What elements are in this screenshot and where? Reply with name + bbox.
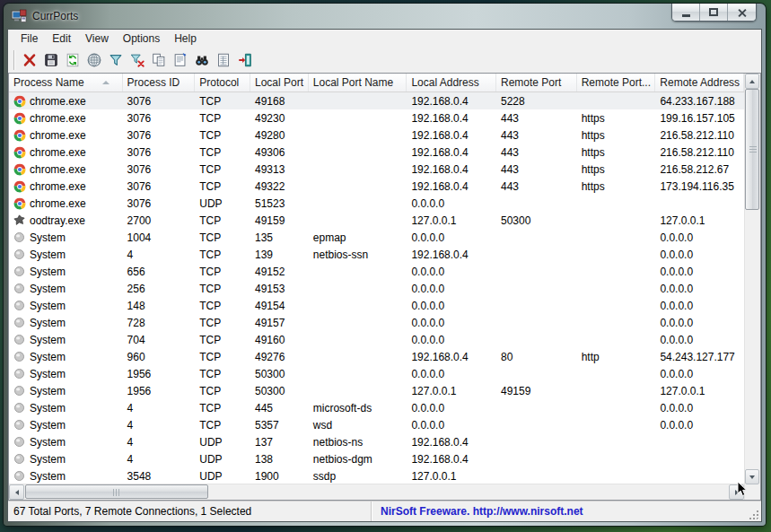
cell: 3076 xyxy=(123,180,196,193)
process-name: System xyxy=(30,283,66,295)
column-header-remote-port[interactable]: Remote Port... xyxy=(577,74,656,92)
column-header-local-port[interactable]: Local Port xyxy=(250,74,309,92)
system-icon xyxy=(13,248,26,261)
column-header-label: Process Name xyxy=(13,76,84,89)
cell-process: chrome.exe xyxy=(9,196,123,210)
table-row[interactable]: System4UDP138netbios-dgm192.168.0.4 xyxy=(9,450,744,467)
table-row[interactable]: System656TCP491520.0.0.00.0.0.0 xyxy=(9,263,744,280)
column-header-process-id[interactable]: Process ID xyxy=(123,74,196,92)
table-row[interactable]: chrome.exe3076TCP49168192.168.0.4522864.… xyxy=(9,92,744,109)
vertical-scroll-track[interactable] xyxy=(745,89,760,469)
menu-file[interactable]: File xyxy=(13,31,45,47)
column-header-remote-address[interactable]: Remote Address xyxy=(655,74,744,92)
table-row[interactable]: System1956TCP50300127.0.0.149159127.0.0.… xyxy=(9,382,744,399)
cell: 139 xyxy=(250,249,309,261)
table-row[interactable]: oodtray.exe2700TCP49159127.0.0.150300127… xyxy=(9,212,744,229)
column-header-process-name[interactable]: Process Name xyxy=(9,74,123,92)
table-row[interactable]: chrome.exe3076TCP49306192.168.0.4443http… xyxy=(9,144,744,161)
vertical-scrollbar[interactable] xyxy=(744,74,760,500)
cell: netbios-dgm xyxy=(309,453,407,466)
cell: 192.168.0.4 xyxy=(407,351,496,363)
refresh-icon[interactable] xyxy=(62,50,83,71)
table-row[interactable]: System3548UDP1900ssdp127.0.0.1 xyxy=(9,467,744,484)
exit-icon[interactable] xyxy=(234,50,255,71)
resize-grip[interactable] xyxy=(749,509,760,520)
table-row[interactable]: System256TCP491530.0.0.00.0.0.0 xyxy=(9,280,744,297)
system-icon xyxy=(13,316,26,329)
horizontal-scrollbar[interactable] xyxy=(9,484,744,500)
system-icon xyxy=(13,282,26,295)
cell-process: chrome.exe xyxy=(9,111,123,125)
table-row[interactable]: chrome.exe3076TCP49230192.168.0.4443http… xyxy=(9,109,744,126)
save-icon[interactable] xyxy=(40,50,61,71)
cell: 49152 xyxy=(250,266,309,278)
filter-icon[interactable] xyxy=(105,50,126,71)
column-header-remote-port[interactable]: Remote Port xyxy=(496,74,577,92)
close-connection-icon[interactable] xyxy=(19,50,39,71)
globe-icon[interactable] xyxy=(83,50,104,71)
process-name: System xyxy=(30,385,66,397)
table-row[interactable]: System4UDP137netbios-ns192.168.0.4 xyxy=(9,433,744,450)
menu-edit[interactable]: Edit xyxy=(45,31,78,47)
clear-filter-icon[interactable] xyxy=(127,50,147,71)
cell: 127.0.0.1 xyxy=(655,214,744,227)
table-row[interactable]: System960TCP49276192.168.0.480http54.243… xyxy=(9,348,744,365)
menu-options[interactable]: Options xyxy=(116,31,167,47)
copy-icon[interactable] xyxy=(148,50,169,71)
horizontal-scroll-track[interactable] xyxy=(24,484,729,500)
cell: 49306 xyxy=(250,146,309,159)
table-row[interactable]: System4TCP5357wsd0.0.0.00.0.0.0 xyxy=(9,416,744,433)
table-row[interactable]: System4TCP139netbios-ssn192.168.0.40.0.0… xyxy=(9,246,744,263)
column-header-protocol[interactable]: Protocol xyxy=(195,74,250,92)
maximize-button[interactable] xyxy=(700,4,728,21)
vertical-scroll-thumb[interactable] xyxy=(745,89,759,210)
properties-icon[interactable] xyxy=(170,50,190,71)
table-row[interactable]: chrome.exe3076UDP515230.0.0.0 xyxy=(9,195,744,212)
minimize-icon xyxy=(682,14,690,17)
table-row[interactable]: System1956TCP503000.0.0.00.0.0.0 xyxy=(9,365,744,382)
nirsoft-link[interactable]: NirSoft Freeware. http://www.nirsoft.net xyxy=(371,501,761,521)
cell: https xyxy=(577,146,656,159)
minimize-button[interactable] xyxy=(672,4,700,21)
cell: https xyxy=(577,112,656,125)
table-row[interactable]: chrome.exe3076TCP49313192.168.0.4443http… xyxy=(9,161,744,178)
cell: 5357 xyxy=(250,419,309,432)
horizontal-scroll-thumb[interactable] xyxy=(25,484,208,499)
column-header-label: Remote Port xyxy=(501,76,561,89)
table-row[interactable]: System1004TCP135epmap0.0.0.00.0.0.0 xyxy=(9,229,744,246)
column-header-local-address[interactable]: Local Address xyxy=(407,74,496,92)
oodtray-icon xyxy=(13,214,26,227)
cell-process: System xyxy=(9,350,123,363)
cell: 50300 xyxy=(250,368,309,380)
table-row[interactable]: System148TCP491540.0.0.00.0.0.0 xyxy=(9,297,744,314)
table-row[interactable]: System728TCP491570.0.0.00.0.0.0 xyxy=(9,314,744,331)
titlebar[interactable]: CurrPorts xyxy=(4,4,766,29)
report-icon[interactable] xyxy=(213,50,233,71)
process-name: System xyxy=(30,334,66,346)
table-row[interactable]: chrome.exe3076TCP49280192.168.0.4443http… xyxy=(9,126,744,144)
scroll-down-icon xyxy=(749,475,755,479)
table-row[interactable]: System4TCP445microsoft-ds0.0.0.00.0.0.0 xyxy=(9,399,744,416)
column-header-local-port-name[interactable]: Local Port Name xyxy=(309,74,407,92)
process-name: System xyxy=(30,300,66,312)
cell: 137 xyxy=(250,436,309,449)
cell: TCP xyxy=(195,129,250,142)
cell: TCP xyxy=(195,214,250,227)
cell-process: System xyxy=(9,316,123,329)
cell: TCP xyxy=(195,334,250,346)
cell: 192.168.0.4 xyxy=(407,112,496,125)
table-row[interactable]: System704TCP491600.0.0.00.0.0.0 xyxy=(9,331,744,348)
cell: 1956 xyxy=(123,385,196,397)
menu-view[interactable]: View xyxy=(78,31,116,47)
menubar: FileEditViewOptionsHelp xyxy=(8,30,761,48)
table-row[interactable]: chrome.exe3076TCP49322192.168.0.4443http… xyxy=(9,178,744,195)
close-button[interactable] xyxy=(728,4,756,21)
cell: TCP xyxy=(195,368,250,380)
cell: 0.0.0.0 xyxy=(407,317,496,329)
find-icon[interactable] xyxy=(191,50,212,71)
scroll-left-button[interactable] xyxy=(9,484,24,500)
process-name: System xyxy=(30,368,66,380)
cell: 4 xyxy=(123,249,196,261)
menu-help[interactable]: Help xyxy=(167,31,204,47)
scroll-up-button[interactable] xyxy=(745,74,759,89)
